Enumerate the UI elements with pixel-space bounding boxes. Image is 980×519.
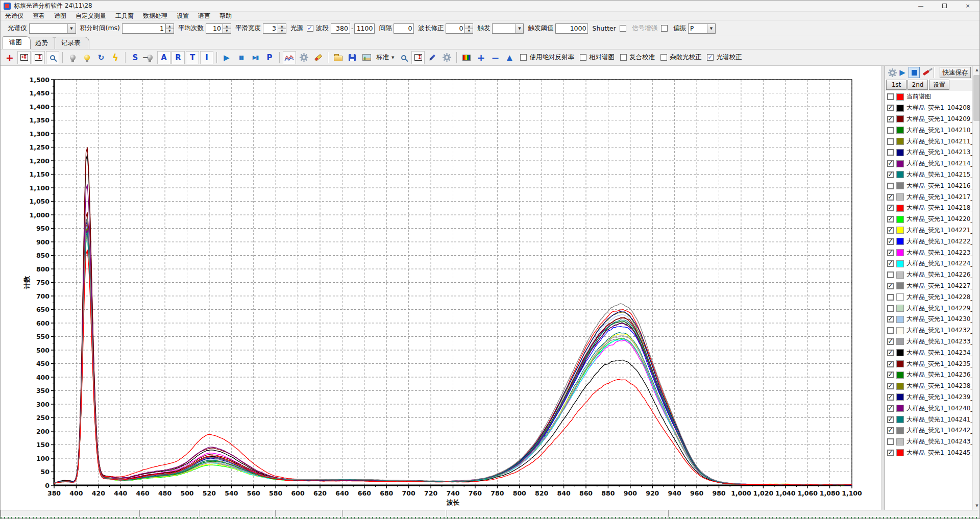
legend-item[interactable]: 大样品_荧光1_104236_L_... (885, 369, 972, 381)
letter-p-icon[interactable]: P (263, 51, 276, 64)
rainbow-icon[interactable] (460, 51, 473, 64)
tab-记录表[interactable]: 记录表 (55, 37, 89, 49)
legend-item[interactable]: 大样品_荧光1_104234_L_... (885, 347, 972, 358)
letter-r-icon[interactable]: R (172, 51, 185, 64)
letter-i-icon[interactable]: I (200, 51, 213, 64)
play-icon[interactable]: ▶ (897, 67, 908, 78)
legend-item[interactable]: 大样品_荧光1_104216_L_... (885, 180, 972, 191)
signal-boost-checkbox[interactable] (661, 25, 668, 32)
tab-谱图[interactable]: 谱图 (3, 36, 31, 49)
vertical-scrollbar[interactable]: ▲ ▼ (972, 66, 980, 510)
legend-item[interactable]: 大样品_荧光1_104226_L_... (885, 269, 972, 281)
spectrometer-select[interactable]: ▼ (29, 23, 76, 34)
gear-icon[interactable] (887, 67, 897, 78)
legend-checkbox[interactable] (887, 327, 894, 334)
legend-checkbox[interactable] (887, 194, 894, 201)
legend-checkbox[interactable] (887, 283, 894, 289)
panel-button-2nd[interactable]: 2nd (908, 80, 928, 90)
legend-item[interactable]: 大样品_荧光1_104242_L_... (885, 425, 972, 436)
legend-item[interactable]: 大样品_荧光1_104229_L_... (885, 303, 972, 314)
legend-checkbox[interactable] (887, 171, 894, 178)
pause-icon[interactable]: ▮▮ (234, 51, 248, 64)
average-input[interactable]: 10 (206, 23, 223, 34)
letter-s-icon[interactable]: S (129, 51, 142, 64)
lamp-on-icon[interactable] (80, 51, 93, 64)
menu-item-帮助[interactable]: 帮助 (215, 11, 236, 21)
search-icon[interactable] (397, 51, 410, 64)
pen-icon[interactable] (426, 51, 439, 64)
gear-icon[interactable] (297, 51, 310, 64)
legend-item[interactable]: 当前谱图 (885, 91, 972, 103)
legend-checkbox[interactable] (887, 350, 894, 356)
composite-calibration-option[interactable]: 复合校准 (619, 53, 655, 62)
absolute-reflectance-option[interactable]: 使用绝对反射率 (519, 53, 574, 62)
band-max-input[interactable]: 1100 (354, 23, 375, 34)
relative-spectrum-checkbox[interactable] (580, 54, 586, 61)
step-forward-icon[interactable]: ▶▮ (249, 51, 262, 64)
quick-save-button[interactable]: 快速保存 (940, 67, 971, 78)
menu-item-自定义测量[interactable]: 自定义测量 (71, 11, 111, 21)
straylight-correction-checkbox[interactable] (660, 54, 667, 61)
legend-checkbox[interactable] (887, 316, 894, 323)
legend-item[interactable]: 大样品_荧光1_104223_L_... (885, 247, 972, 258)
menu-item-谱图[interactable]: 谱图 (50, 11, 71, 21)
lamp-minus-icon[interactable] (143, 51, 156, 64)
brush-icon[interactable] (921, 67, 931, 78)
legend-checkbox[interactable] (887, 183, 894, 189)
legend-item[interactable]: 大样品_荧光1_104235_L_... (885, 358, 972, 369)
trigger-select[interactable]: ▼ (492, 23, 524, 34)
close-button[interactable]: × (956, 1, 979, 11)
smooth-input[interactable]: 3 (263, 23, 278, 34)
zoom-window-icon[interactable] (46, 51, 59, 64)
shutter-checkbox[interactable] (620, 25, 626, 32)
legend-checkbox[interactable] (887, 271, 894, 278)
letter-a-icon[interactable]: A (157, 51, 170, 64)
polarization-select[interactable]: P▼ (688, 23, 716, 34)
scrollbar-thumb[interactable] (973, 75, 980, 121)
menu-item-工具窗[interactable]: 工具窗 (111, 11, 138, 21)
legend-item[interactable]: 大样品_荧光1_104218_L_... (885, 203, 972, 214)
legend-checkbox[interactable] (887, 93, 894, 100)
fit-vertical-2-icon[interactable] (411, 51, 425, 64)
save-icon[interactable] (346, 51, 359, 64)
spectral-correction-checkbox[interactable] (707, 54, 714, 61)
image-icon[interactable] (360, 51, 373, 64)
legend-checkbox[interactable] (887, 361, 894, 367)
legend-item[interactable]: 大样品_荧光1_104222_L_... (885, 236, 972, 247)
legend-item[interactable]: 大样品_荧光1_104241_L_... (885, 414, 972, 425)
spectrum-lines-icon[interactable] (283, 51, 296, 64)
legend-checkbox[interactable] (887, 127, 894, 134)
integration-spinner[interactable]: ▲▼ (166, 23, 174, 34)
legend-checkbox[interactable] (887, 116, 894, 122)
menu-item-查看[interactable]: 查看 (28, 11, 50, 21)
menu-item-光谱仪[interactable]: 光谱仪 (1, 11, 28, 21)
legend-checkbox[interactable] (887, 427, 894, 434)
legend-item[interactable]: 大样品_荧光1_104208_L_... (885, 103, 972, 114)
legend-item[interactable]: 大样品_荧光1_104215_L_... (885, 169, 972, 181)
absolute-reflectance-checkbox[interactable] (520, 54, 527, 61)
tab-趋势[interactable]: 趋势 (29, 37, 57, 49)
legend-item[interactable]: 大样品_荧光1_104224_L_... (885, 258, 972, 269)
band-min-input[interactable]: 380 (331, 23, 350, 34)
menu-item-语言[interactable]: 语言 (193, 11, 215, 21)
legend-checkbox[interactable] (887, 205, 894, 211)
scroll-up-icon[interactable]: ▲ (973, 66, 980, 74)
plus-icon[interactable]: + (474, 51, 487, 64)
legend-item[interactable]: 大样品_荧光1_104238_L_... (885, 381, 972, 392)
legend-checkbox[interactable] (887, 260, 894, 267)
legend-item[interactable]: 大样品_荧光1_104233_L_... (885, 336, 972, 348)
minimize-button[interactable]: — (909, 1, 933, 11)
composite-calibration-checkbox[interactable] (620, 54, 627, 61)
minus-icon[interactable]: − (488, 51, 502, 64)
legend-checkbox[interactable] (887, 160, 894, 167)
legend-item[interactable]: 大样品_荧光1_104230_L_... (885, 314, 972, 325)
legend-item[interactable]: 大样品_荧光1_104221_L_... (885, 225, 972, 236)
open-folder-icon[interactable] (331, 51, 345, 64)
legend-item[interactable]: 大样品_荧光1_104217_L_... (885, 191, 972, 203)
legend-checkbox[interactable] (887, 394, 894, 401)
interval-input[interactable]: 0 (394, 23, 414, 34)
legend-checkbox[interactable] (887, 138, 894, 145)
legend-item[interactable]: 大样品_荧光1_104243_L_... (885, 436, 972, 448)
spectral-correction-option[interactable]: 光谱校正 (705, 53, 742, 62)
legend-checkbox[interactable] (887, 105, 894, 111)
